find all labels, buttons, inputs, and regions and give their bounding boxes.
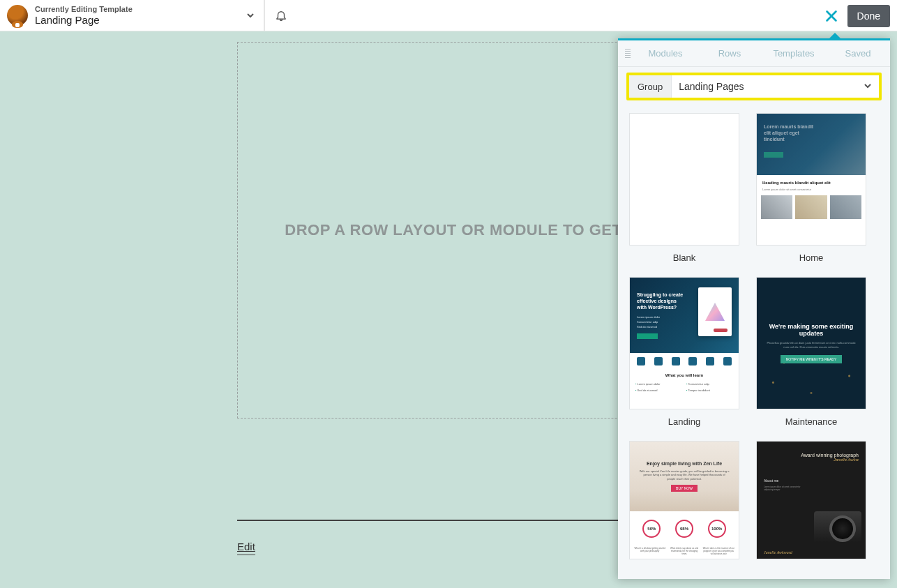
edit-link[interactable]: Edit xyxy=(237,541,255,555)
thumb-stat: 98% xyxy=(675,520,693,538)
template-thumb: Award winning photograph Janelle Awkw Ab… xyxy=(756,441,866,559)
bell-icon xyxy=(275,9,287,22)
template-label: Blank xyxy=(673,252,696,263)
thumb-hero-text: Lorem mauris blandit elit aliquet eget t… xyxy=(764,123,820,142)
chevron-down-icon xyxy=(246,11,255,20)
close-icon xyxy=(827,11,836,20)
template-thumb xyxy=(629,113,739,246)
tab-rows[interactable]: Rows xyxy=(698,48,762,59)
template-card-landing[interactable]: Struggling to create effective designs w… xyxy=(629,277,739,427)
group-select-chevron xyxy=(864,80,879,93)
drag-handle-icon[interactable] xyxy=(622,49,629,58)
group-select[interactable]: Landing Pages xyxy=(672,75,864,98)
thumb-book-graphic xyxy=(698,287,732,336)
template-card-zen[interactable]: Enjoy simple living with Zen Life With o… xyxy=(629,441,739,559)
content-panel: Modules Rows Templates Saved Group Landi… xyxy=(618,38,890,579)
panel-body[interactable]: Blank Lorem mauris blandit elit aliquet … xyxy=(618,106,890,579)
header-left: Currently Editing Template Landing Page xyxy=(0,0,265,31)
template-card-photography[interactable]: Award winning photograph Janelle Awkw Ab… xyxy=(756,441,866,559)
panel-tabs: Modules Rows Templates Saved xyxy=(618,40,890,67)
template-thumb: Lorem mauris blandit elit aliquet eget t… xyxy=(756,113,866,246)
thumb-bullet: Lorem ipsum dolor xyxy=(637,315,687,319)
chevron-down-icon xyxy=(864,82,872,90)
thumb-button xyxy=(637,333,658,339)
template-label: Maintenance xyxy=(785,416,837,427)
thumb-item: Tempor incididunt xyxy=(686,389,733,392)
template-card-home[interactable]: Lorem mauris blandit elit aliquet eget t… xyxy=(756,113,866,263)
template-grid: Blank Lorem mauris blandit elit aliquet … xyxy=(629,113,886,559)
thumb-stat: 50% xyxy=(642,520,661,538)
thumb-stat: 100% xyxy=(708,520,726,538)
editing-subtitle: Currently Editing Template xyxy=(35,5,133,14)
thumb-sub: With our special Zen-Life master guide, … xyxy=(639,469,730,481)
beaver-logo-icon xyxy=(7,5,28,26)
close-panel-button[interactable] xyxy=(824,8,839,24)
template-card-maintenance[interactable]: We're making some exciting updates Phase… xyxy=(756,277,866,427)
thumb-bullet: Consectetur adip xyxy=(637,319,687,324)
notifications-button[interactable] xyxy=(265,0,296,31)
thumb-bullet: Sed do eiusmod xyxy=(637,324,687,329)
done-button[interactable]: Done xyxy=(847,5,890,27)
thumb-item: Sed do eiusmod xyxy=(635,389,682,392)
thumb-hero-button xyxy=(764,152,783,158)
title-dropdown-toggle[interactable] xyxy=(236,0,264,31)
thumb-button: NOTIFY ME WHEN IT'S READY xyxy=(781,355,843,363)
tab-saved[interactable]: Saved xyxy=(826,48,890,59)
template-label: Home xyxy=(799,252,824,263)
tab-modules[interactable]: Modules xyxy=(633,48,698,59)
thumb-headline: Struggling to create effective designs w… xyxy=(637,292,687,310)
template-label: Landing xyxy=(668,416,700,427)
template-thumb: Struggling to create effective designs w… xyxy=(629,277,739,409)
thumb-author: Janelle Awkw xyxy=(764,458,859,462)
group-label: Group xyxy=(629,75,672,98)
title-area[interactable]: Currently Editing Template Landing Page xyxy=(0,0,140,31)
thumb-signature: Janelle Awkward xyxy=(764,550,792,555)
thumb-col: What clients say about us and testimonia… xyxy=(668,548,700,556)
tab-templates[interactable]: Templates xyxy=(762,48,826,59)
thumb-about-text: Lorem ipsum dolor sit amet consectetur a… xyxy=(757,485,809,491)
app-header: Currently Editing Template Landing Page … xyxy=(0,0,897,31)
title-block: Currently Editing Template Landing Page xyxy=(35,5,133,26)
template-thumb: We're making some exciting updates Phase… xyxy=(756,277,866,409)
thumb-camera-graphic xyxy=(814,511,861,543)
thumb-headline: Enjoy simple living with Zen Life xyxy=(647,461,722,466)
template-thumb: Enjoy simple living with Zen Life With o… xyxy=(629,441,739,559)
thumb-button: BUY NOW xyxy=(671,485,698,492)
thumb-headline: We're making some exciting updates xyxy=(757,323,866,337)
thumb-headline: Award winning photograph xyxy=(764,453,859,458)
thumb-sub: Phasellus gravida felis at diam justo fe… xyxy=(766,341,857,349)
thumb-about: About me xyxy=(757,465,866,485)
page-title: Landing Page xyxy=(35,14,133,26)
thumb-section-title: Heading mauris blandit aliquet elit xyxy=(757,175,866,188)
thumb-subhead: What you will learn xyxy=(630,370,739,381)
header-right: Done xyxy=(824,0,890,31)
thumb-item: Lorem ipsum dolor xyxy=(635,382,682,386)
thumb-col: What it does is the essence of our progr… xyxy=(703,548,734,556)
group-selector-row: Group Landing Pages xyxy=(626,73,882,100)
thumb-item: Consectetur adip xyxy=(686,382,733,386)
template-card-blank[interactable]: Blank xyxy=(629,113,739,263)
thumb-col: What it is all about getting started wit… xyxy=(634,548,665,556)
